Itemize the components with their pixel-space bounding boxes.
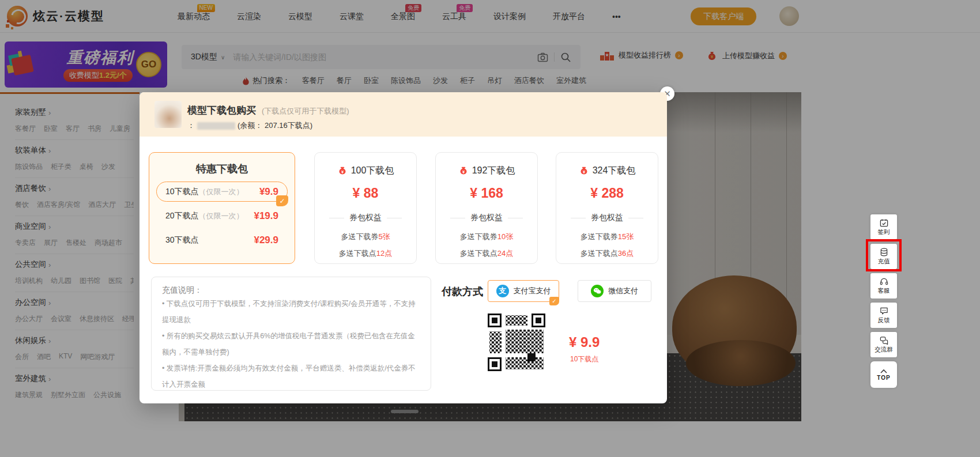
top-label: TOP — [877, 375, 890, 381]
point-benefit-line: 多送下载点24点 — [436, 248, 537, 259]
special-card-title: 特惠下载包 — [149, 162, 295, 176]
arrow-up-icon — [880, 369, 888, 373]
point-text: 多送下载点 — [581, 249, 618, 258]
benefit-divider: 券包权益 — [556, 213, 658, 223]
note-line: • 发票详情:开票金额必须均为有效支付金额，平台赠送类、补偿类返款/代金券不计入… — [162, 360, 420, 391]
point-value: 12点 — [376, 249, 392, 258]
package-title-text: 192下载包 — [472, 165, 515, 177]
back-to-top-button[interactable]: TOP — [870, 361, 897, 388]
coupon-text: 多送下载券 — [581, 232, 618, 241]
qr-code — [488, 314, 545, 371]
customer-service-button[interactable]: 客服 — [870, 273, 897, 299]
alipay-label: 支付宝支付 — [514, 286, 551, 296]
point-value: 24点 — [497, 249, 513, 258]
wechat-pay-button[interactable]: 微信支付 — [578, 280, 651, 302]
point-value: 36点 — [618, 249, 634, 258]
note-line: • 所有的购买交易炫云默认开具6%的增值税电子普通发票（税费已包含在充值金额内，… — [162, 328, 420, 360]
feedback-label: 反馈 — [878, 316, 890, 324]
modal-title: 模型下载包购买 — [187, 104, 256, 117]
alipay-button[interactable]: 支 支付宝支付 ✓ — [488, 280, 559, 302]
alipay-icon: 支 — [496, 285, 509, 297]
wechat-label: 微信支付 — [608, 286, 638, 296]
package-price: ¥ 288 — [556, 186, 658, 201]
feedback-bubble-icon — [880, 307, 888, 315]
point-text: 多送下载点 — [460, 249, 497, 258]
package-price: ¥ 168 — [436, 186, 537, 201]
coupon-benefit-line: 多送下载券15张 — [556, 232, 658, 242]
account-balance: (余额： 207.16下载点) — [238, 120, 312, 131]
point-text: 多送下载点 — [339, 249, 376, 258]
coupon-benefit-line: 多送下载券5张 — [315, 232, 416, 242]
check-in-label: 签到 — [878, 228, 890, 236]
float-toolbar: 签到 充值 客服 反馈 交流群 TOP — [870, 214, 897, 392]
option-30-points[interactable]: 30下载点 ¥29.9 — [156, 230, 288, 250]
money-bag-icon: ¥ — [337, 166, 348, 176]
wechat-icon — [591, 285, 604, 297]
page: 炫云·云模型 最新动态NEW 云渲染 云模型 云课堂 全景图免费 云工具免费 设… — [0, 0, 980, 457]
coupon-value: 5张 — [378, 232, 390, 241]
payment-method-label: 付款方式 — [442, 285, 483, 299]
qr-price: ¥ 9.9 — [569, 334, 600, 350]
recharge-button[interactable]: 充值 — [870, 244, 897, 269]
coupon-benefit-line: 多送下载券10张 — [436, 232, 537, 242]
coupon-value: 10张 — [497, 232, 513, 241]
notes-list: • 下载点仅可用于下载模型，不支持渲染消费支付/课程购买/会员开通等，不支持提现… — [162, 296, 420, 391]
recharge-notes: 充值说明： • 下载点仅可用于下载模型，不支持渲染消费支付/课程购买/会员开通等… — [151, 277, 431, 391]
coupon-text: 多送下载券 — [460, 232, 497, 241]
package-price: ¥ 88 — [315, 186, 416, 201]
option-note: （仅限一次） — [199, 187, 244, 197]
special-options: 10下载点 （仅限一次） ¥9.9 ✓ 20下载点 （仅限一次） ¥19.9 3… — [156, 182, 288, 250]
point-benefit-line: 多送下载点36点 — [556, 248, 658, 259]
special-package-card: 特惠下载包 10下载点 （仅限一次） ¥9.9 ✓ 20下载点 （仅限一次） ¥… — [149, 152, 295, 264]
recharge-label: 充值 — [878, 258, 890, 266]
headset-icon — [880, 277, 888, 286]
package-card-100[interactable]: ¥ 100下载包 ¥ 88 券包权益 多送下载券5张 多送下载点12点 — [314, 152, 417, 264]
coupon-value: 15张 — [618, 232, 634, 241]
option-name: 10下载点 — [165, 187, 199, 197]
qr-price-note: 10下载点 — [570, 354, 598, 364]
option-name: 20下载点 — [165, 211, 199, 221]
package-card-324[interactable]: ¥ 324下载包 ¥ 288 券包权益 多送下载券15张 多送下载点36点 — [556, 152, 658, 264]
money-bag-icon: ¥ — [458, 166, 469, 176]
calendar-icon — [880, 218, 888, 227]
coins-icon — [880, 248, 888, 256]
download-package-modal: ✕ 模型下载包购买 (下载点仅可用于下载模型) ： (余额： 207.16下载点… — [140, 92, 667, 403]
check-icon: ✓ — [276, 195, 288, 206]
notes-title: 充值说明： — [162, 285, 420, 296]
check-icon: ✓ — [549, 297, 559, 305]
customer-service-label: 客服 — [878, 287, 890, 295]
option-price: ¥19.9 — [254, 210, 278, 222]
check-in-button[interactable]: 签到 — [870, 214, 897, 240]
option-name: 30下载点 — [165, 235, 199, 246]
note-line: • 下载点仅可用于下载模型，不支持渲染消费支付/课程购买/会员开通等，不支持提现… — [162, 296, 420, 328]
feedback-button[interactable]: 反馈 — [870, 303, 897, 328]
point-benefit-line: 多送下载点12点 — [315, 248, 416, 259]
option-20-points[interactable]: 20下载点 （仅限一次） ¥19.9 — [156, 206, 288, 226]
coupon-text: 多送下载券 — [341, 232, 378, 241]
account-line: ： (余额： 207.16下载点) — [187, 120, 312, 131]
benefit-divider: 券包权益 — [315, 213, 416, 223]
option-price: ¥29.9 — [254, 235, 278, 246]
chat-group-button[interactable]: 交流群 — [870, 332, 897, 357]
chat-group-label: 交流群 — [875, 346, 893, 354]
package-title: ¥ 100下载包 — [315, 165, 416, 177]
option-price: ¥9.9 — [259, 186, 278, 198]
package-title: ¥ 324下载包 — [556, 165, 658, 177]
package-card-192[interactable]: ¥ 192下载包 ¥ 168 券包权益 多送下载券10张 多送下载点24点 — [435, 152, 538, 264]
money-bag-icon: ¥ — [579, 166, 589, 176]
package-title-text: 324下载包 — [593, 165, 636, 177]
option-10-points[interactable]: 10下载点 （仅限一次） ¥9.9 ✓ — [156, 182, 288, 202]
benefit-divider: 券包权益 — [436, 213, 537, 223]
modal-header: 模型下载包购买 (下载点仅可用于下载模型) ： (余额： 207.16下载点) — [140, 92, 667, 137]
modal-title-note: (下载点仅可用于下载模型) — [262, 106, 349, 116]
account-prefix: ： — [187, 120, 195, 131]
package-title: ¥ 192下载包 — [436, 165, 537, 177]
redacted-username — [197, 122, 235, 130]
package-title-text: 100下载包 — [351, 165, 394, 177]
chat-group-icon — [880, 336, 888, 345]
option-note: （仅限一次） — [199, 211, 244, 221]
account-avatar — [154, 101, 182, 128]
